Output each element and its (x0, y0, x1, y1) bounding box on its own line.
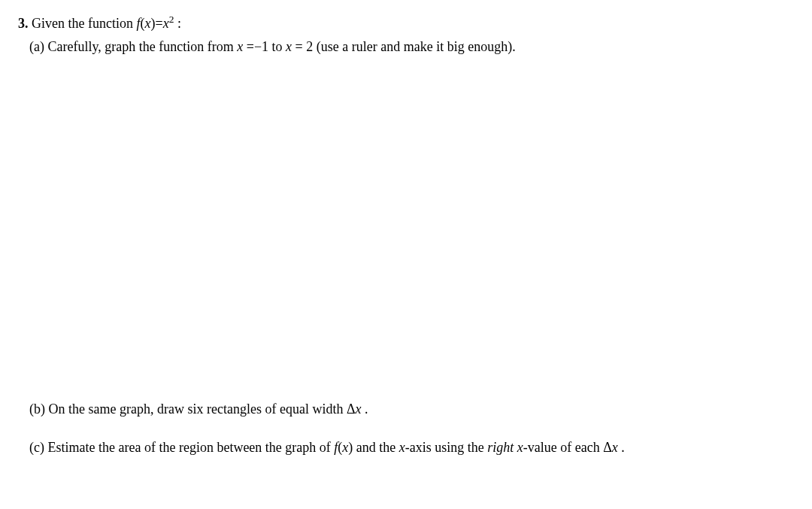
x1-eq: = (243, 39, 254, 54)
intro-text: Given the function (32, 16, 136, 31)
x-axis-text: -axis using the (405, 440, 488, 455)
part-c-mid2: -value of each (523, 440, 603, 455)
part-a: (a) Carefully, graph the function from x… (29, 37, 794, 57)
problem-number: 3. (18, 16, 29, 31)
intro-suffix: : (177, 16, 181, 31)
part-a-mid: to (268, 39, 286, 54)
x2-val: 2 (303, 39, 314, 54)
x2-var: x (286, 39, 292, 54)
part-b: (b) On the same graph, draw six rectangl… (29, 399, 794, 420)
x-axis-x: x (399, 440, 405, 455)
x-value-x: x (517, 440, 523, 455)
part-c-text-1: Estimate the area of the region between … (44, 440, 334, 455)
part-c: (c) Estimate the area of the region betw… (29, 438, 794, 458)
part-a-text-2: (use a ruler and make it big enough). (313, 39, 515, 54)
delta-symbol-c: Δ (603, 440, 612, 455)
right-word: right (487, 440, 517, 455)
delta-symbol: Δ (347, 401, 356, 417)
problem-statement: 3. Given the function f(x)=x2 : (18, 14, 794, 34)
part-a-label: (a) (29, 39, 44, 54)
part-a-text-1: Carefully, graph the function from (44, 39, 237, 54)
graph-workspace (18, 57, 794, 399)
rhs-x: x (163, 16, 169, 31)
part-c-label: (c) (29, 440, 44, 455)
part-c-mid1: and the (353, 440, 398, 455)
x2-eq: = (292, 39, 303, 54)
part-b-text: On the same graph, draw six rectangles o… (45, 401, 347, 417)
function-expression: f(x)=x2 (136, 16, 177, 31)
part-b-label: (b) (29, 401, 45, 417)
equals-sign: = (155, 16, 162, 31)
delta-x-c: x (612, 440, 618, 455)
part-c-period: . (618, 440, 625, 455)
exponent: 2 (169, 14, 174, 25)
part-b-period: . (361, 401, 368, 417)
x1-val: −1 (254, 39, 268, 54)
